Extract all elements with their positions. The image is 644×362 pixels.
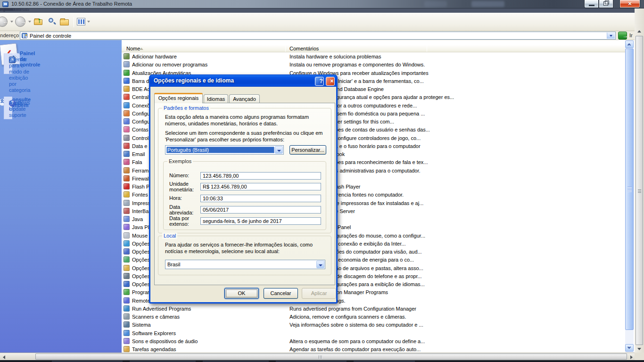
scheduled-tasks-icon xyxy=(124,346,130,352)
go-arrow-icon: → xyxy=(623,32,628,40)
folders-button[interactable] xyxy=(60,18,69,26)
scroll-left-icon[interactable] xyxy=(3,355,5,359)
row-comment: Veja informações sobre o sistema do seu … xyxy=(289,321,423,329)
rdp-vscroll-thumb[interactable] xyxy=(636,36,643,345)
tab-opcoes-regionais[interactable]: Opções regionais xyxy=(154,93,203,103)
scroll-down-icon[interactable] xyxy=(637,348,641,350)
back-dropdown-icon[interactable] xyxy=(10,21,13,23)
local-combobox-value: Brasil xyxy=(166,261,316,268)
forward-dropdown-icon[interactable] xyxy=(28,21,31,23)
address-dropdown-button[interactable] xyxy=(607,33,615,39)
example-value-field[interactable]: 05/06/2017 xyxy=(200,206,321,214)
folder-options-icon xyxy=(124,265,130,271)
scrollbar-corner xyxy=(635,353,644,360)
rdp-client-window: 10.50.62.86 - Conexão de Área de Trabalh… xyxy=(0,0,644,362)
personalizar-button[interactable]: Personalizar... xyxy=(289,145,326,155)
scanners-cameras-icon xyxy=(124,313,130,320)
taskbar-startmenu-icon xyxy=(124,78,130,84)
list-row[interactable]: Scanners e câmerasAdiciona, remove e con… xyxy=(122,313,625,321)
tab-avancado[interactable]: Avançado xyxy=(229,94,260,103)
titlebar-ghost xyxy=(471,1,504,7)
dialog-title: Opções regionais e de idioma xyxy=(154,77,234,84)
configuration-manager-icon xyxy=(124,118,130,124)
titlebar[interactable]: 10.50.62.86 - Conexão de Área de Trabalh… xyxy=(0,0,644,8)
list-row[interactable]: SistemaVeja informações sobre o sistema … xyxy=(122,321,625,329)
scroll-up-icon[interactable] xyxy=(637,30,641,33)
row-name: Scanners e câmeras xyxy=(132,313,180,321)
list-row[interactable]: Run Advertised ProgramsRuns advertised p… xyxy=(122,305,625,313)
row-name: Java xyxy=(132,216,143,223)
scroll-up-button[interactable] xyxy=(625,41,634,48)
scroll-down-button[interactable] xyxy=(625,344,634,352)
list-row[interactable]: Software Explorers xyxy=(122,329,625,337)
row-name: Tarefas agendadas xyxy=(132,346,176,353)
restore-button[interactable] xyxy=(599,0,613,8)
go-label: Ir xyxy=(629,33,633,38)
software-explorers-icon xyxy=(124,330,130,336)
list-row[interactable]: Sons e dispositivos de áudioAltera o esq… xyxy=(122,337,625,346)
scroll-thumb[interactable] xyxy=(625,49,634,330)
tab-idiomas[interactable]: Idiomas xyxy=(204,94,228,103)
address-input[interactable]: Painel de controle xyxy=(20,32,616,40)
network-connections-icon xyxy=(124,102,130,108)
row-name: Sons e dispositivos de áudio xyxy=(132,338,198,345)
email-icon xyxy=(124,151,130,157)
views-button[interactable] xyxy=(77,18,85,25)
firewall-icon xyxy=(124,175,130,181)
cancel-button[interactable]: Cancelar xyxy=(264,288,298,299)
regional-options-dialog: Opções regionais e de idioma ? × Opções … xyxy=(149,74,338,304)
dialog-close-button[interactable]: × xyxy=(326,77,335,86)
dialog-help-button[interactable]: ? xyxy=(315,77,324,86)
example-value-field[interactable]: 10:06:33 xyxy=(200,195,321,202)
back-button[interactable]: ← xyxy=(0,16,8,27)
minimize-button[interactable] xyxy=(584,0,599,8)
close-button[interactable]: × xyxy=(619,0,640,8)
menu-item-ajuda[interactable]: Ajuda xyxy=(0,8,13,12)
views-dropdown-icon[interactable] xyxy=(87,21,90,23)
forward-button[interactable]: → xyxy=(15,16,25,27)
close-icon: × xyxy=(620,0,640,8)
format-combobox[interactable]: Português (Brasil) xyxy=(165,145,284,155)
list-row[interactable]: Adicionar hardwareInstala hardware e sol… xyxy=(122,53,625,61)
search-button[interactable] xyxy=(48,17,57,27)
format-combobox-value: Português (Brasil) xyxy=(166,147,274,153)
apply-button[interactable]: Aplicar xyxy=(302,288,336,299)
list-vertical-scrollbar[interactable] xyxy=(625,40,634,353)
list-row[interactable]: Tarefas agendadasAgendar as tarefas do c… xyxy=(122,346,625,353)
dialog-titlebar[interactable]: Opções regionais e de idioma ? × xyxy=(150,75,337,87)
close-icon: × xyxy=(330,77,334,85)
example-value-field[interactable]: R$ 123.456.789,00 xyxy=(200,183,321,190)
regional-options-icon xyxy=(124,281,130,287)
group-local: Local Para ajudar os serviços a fornecer… xyxy=(158,236,331,275)
toolbar: ← → ↑ xyxy=(0,13,644,31)
panel-control-body: Alternar para o modo de exibição por cat… xyxy=(4,53,12,74)
ok-button[interactable]: OK xyxy=(224,288,259,299)
rdp-icon xyxy=(2,1,8,7)
go-button[interactable]: → xyxy=(618,32,627,40)
local-combobox[interactable]: Brasil xyxy=(165,260,325,269)
sidebar-item-label: Ajuda e suporte xyxy=(9,100,26,118)
rdp-horizontal-scrollbar[interactable] xyxy=(0,353,635,360)
row-comment: Runs advertised programs from Configurat… xyxy=(289,305,416,313)
example-value-field[interactable]: 123.456.789,00 xyxy=(200,172,321,180)
combo-dropdown-button[interactable] xyxy=(316,261,324,268)
remote-control-icon xyxy=(124,297,130,304)
rdp-vertical-scrollbar[interactable] xyxy=(635,8,644,353)
system-icon xyxy=(124,321,130,328)
combo-dropdown-button[interactable] xyxy=(275,146,283,154)
rdp-hscroll-thumb[interactable] xyxy=(35,354,627,360)
row-comment: Adiciona, remove e configura scanners e … xyxy=(289,313,406,321)
group-padroes-formatos: Padrões e formatos Esta opção afeta a ma… xyxy=(158,108,331,233)
up-arrow-icon: ↑ xyxy=(38,16,41,24)
accessibility-icon xyxy=(124,248,130,255)
java-icon xyxy=(124,216,130,222)
example-label: Número: xyxy=(169,173,199,179)
example-label: Data abreviada: xyxy=(169,205,199,215)
example-value-field[interactable]: segunda-feira, 5 de junho de 2017 xyxy=(200,217,321,225)
list-row[interactable]: Adicionar ou remover programasInstala ou… xyxy=(122,61,625,69)
chevron-down-icon xyxy=(319,264,322,266)
up-button[interactable]: ↑ xyxy=(34,17,44,26)
printers-fax-icon xyxy=(124,200,130,206)
chevron-down-icon xyxy=(277,150,281,152)
scroll-right-icon[interactable] xyxy=(630,355,633,359)
